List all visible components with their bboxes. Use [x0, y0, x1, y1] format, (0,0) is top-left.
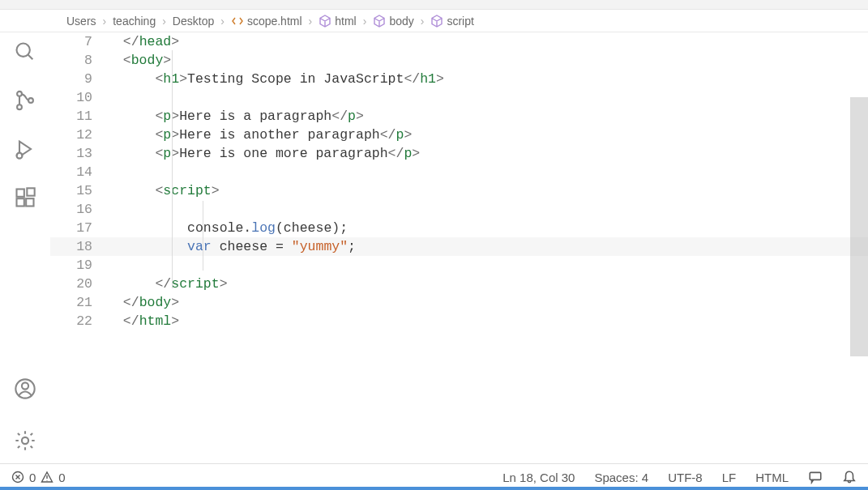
svg-rect-6: [17, 190, 24, 197]
breadcrumb-label: script: [447, 15, 473, 28]
code-text: [107, 275, 155, 293]
language-mode[interactable]: HTML: [755, 471, 789, 484]
code-text: >: [171, 293, 179, 312]
code-text: var: [187, 237, 212, 256]
breadcrumb-item[interactable]: teaching: [113, 15, 156, 28]
code-text: body: [131, 51, 164, 70]
svg-point-0: [17, 44, 30, 57]
code-text: p: [163, 126, 171, 144]
chevron-right-icon: ›: [162, 15, 166, 28]
bell-icon[interactable]: [842, 470, 857, 484]
code-text: </: [123, 312, 139, 330]
account-icon[interactable]: [12, 376, 38, 402]
svg-point-11: [22, 382, 28, 389]
editor-area[interactable]: 7 </head> 8 <body> 9 <h1>Testing Scope i…: [50, 32, 868, 463]
code-text: [107, 32, 123, 51]
code-text: >: [212, 181, 220, 200]
code-text: </: [155, 275, 171, 293]
code-text: Here is one more paragraph: [179, 144, 387, 163]
chevron-right-icon: ›: [309, 15, 313, 28]
extensions-icon[interactable]: [12, 185, 38, 211]
svg-point-2: [17, 92, 22, 96]
code-text: <: [155, 126, 163, 144]
code-text: p: [396, 126, 404, 144]
breadcrumb-item[interactable]: html: [319, 15, 356, 28]
line-number: 14: [50, 163, 107, 181]
code-text: >: [412, 144, 420, 163]
breadcrumb-item[interactable]: Desktop: [173, 15, 214, 28]
breadcrumb-item[interactable]: script: [430, 15, 473, 28]
line-number: 16: [50, 200, 107, 219]
line-number: 21: [50, 293, 107, 312]
debug-icon[interactable]: [12, 136, 38, 162]
code-text: html: [139, 312, 172, 330]
code-text: </: [123, 32, 139, 51]
symbol-icon: [373, 15, 386, 28]
symbol-icon: [319, 15, 331, 28]
search-icon[interactable]: [12, 39, 38, 65]
line-number: 19: [50, 256, 107, 275]
bottom-accent: [0, 487, 868, 490]
line-number: 10: [50, 88, 107, 107]
breadcrumb-label: Users: [66, 15, 96, 28]
line-number: 8: [50, 51, 107, 70]
line-number: 20: [50, 275, 107, 293]
chevron-right-icon: ›: [421, 15, 425, 28]
line-number: 9: [50, 70, 107, 88]
code-text: Testing Scope in JavaScript: [187, 70, 404, 88]
feedback-icon[interactable]: [808, 470, 823, 484]
breadcrumb: Users › teaching › Desktop › scope.html …: [0, 10, 868, 32]
svg-point-4: [28, 98, 33, 103]
indent-setting[interactable]: Spaces: 4: [594, 471, 648, 484]
code-text: head: [139, 32, 172, 51]
breadcrumb-item[interactable]: body: [373, 15, 413, 28]
code-text: (cheese);: [276, 219, 348, 237]
code-text: Here is another paragraph: [179, 126, 380, 144]
code-text: log: [251, 219, 276, 237]
code-text: [107, 181, 155, 200]
code-text: >: [179, 70, 187, 88]
svg-line-1: [28, 55, 33, 60]
gear-icon[interactable]: [12, 428, 38, 454]
breadcrumb-item[interactable]: scope.html: [231, 15, 302, 28]
warning-icon[interactable]: [41, 471, 53, 484]
error-count[interactable]: 0: [29, 471, 36, 484]
line-number: 12: [50, 126, 107, 144]
line-number: 18: [50, 237, 107, 256]
code-text: p: [163, 144, 171, 163]
code-text: p: [348, 107, 356, 126]
code-text: </: [388, 144, 404, 163]
code-text: >: [436, 70, 444, 88]
code-text: [107, 144, 155, 163]
error-icon[interactable]: [11, 471, 24, 484]
tab-strip: [0, 0, 868, 10]
cursor-position[interactable]: Ln 18, Col 30: [502, 471, 575, 484]
encoding[interactable]: UTF-8: [668, 471, 703, 484]
line-number: 15: [50, 181, 107, 200]
svg-rect-9: [27, 188, 34, 195]
code-text: ;: [348, 237, 356, 256]
code-text: console.: [187, 219, 251, 237]
code-file-icon: [231, 15, 244, 28]
code-text: [107, 219, 187, 237]
code-text: </: [404, 70, 420, 88]
code-text: <: [155, 70, 163, 88]
chevron-right-icon: ›: [103, 15, 107, 28]
code-text: [107, 237, 187, 256]
code-text: [107, 51, 123, 70]
code-text: [107, 126, 155, 144]
code-text: [107, 70, 155, 88]
line-number: 13: [50, 144, 107, 163]
code-text: h1: [420, 70, 436, 88]
code-text: body: [139, 293, 172, 312]
vertical-scrollbar[interactable]: [850, 97, 868, 356]
code-text: >: [356, 107, 364, 126]
breadcrumb-label: teaching: [113, 15, 156, 28]
breadcrumb-item[interactable]: Users: [66, 15, 96, 28]
code-text: <: [155, 107, 163, 126]
svg-point-3: [17, 104, 22, 109]
line-number: 17: [50, 219, 107, 237]
source-control-icon[interactable]: [12, 87, 38, 113]
warning-count[interactable]: 0: [58, 471, 65, 484]
eol[interactable]: LF: [722, 471, 737, 484]
